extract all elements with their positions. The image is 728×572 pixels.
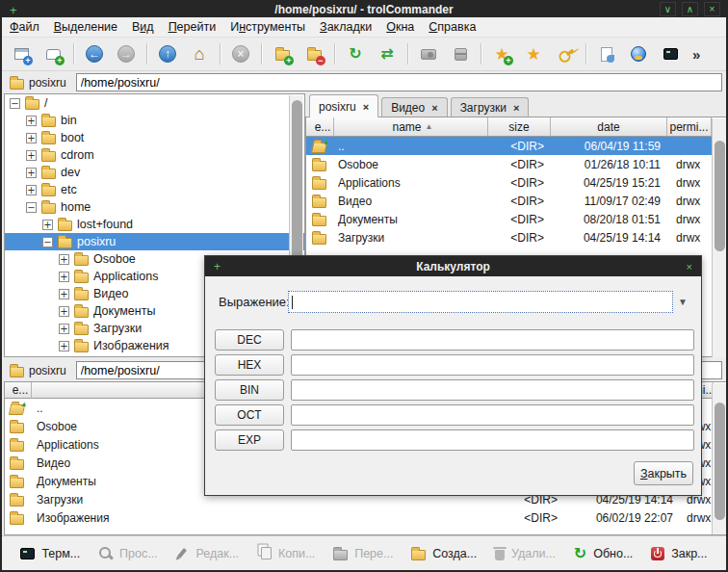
expand-icon[interactable]: + xyxy=(26,133,37,143)
dialog-close-button[interactable]: Закрыть xyxy=(634,461,693,485)
column-header-size[interactable]: size xyxy=(488,117,551,137)
tree-item-dev[interactable]: +dev xyxy=(5,164,304,181)
menu-mark[interactable]: Выделение xyxy=(54,20,117,34)
tree-item-root[interactable]: −/ xyxy=(5,94,304,112)
swap-folders-icon[interactable]: ⇄ xyxy=(376,42,399,65)
column-header-date[interactable]: date xyxy=(551,117,667,137)
oct-field[interactable] xyxy=(291,404,694,426)
close-window-button[interactable]: Закр... xyxy=(651,547,707,560)
expand-icon[interactable]: + xyxy=(59,289,69,299)
back-icon[interactable]: ← xyxy=(83,42,106,65)
new-folder-icon[interactable]: + xyxy=(271,42,294,65)
menu-file[interactable]: Файл xyxy=(10,20,39,34)
path-input-top[interactable] xyxy=(76,73,722,91)
tab-close-icon[interactable]: × xyxy=(431,102,437,114)
go-home-icon[interactable]: ⌂ xyxy=(188,42,211,65)
expand-icon[interactable]: + xyxy=(59,254,69,265)
expand-icon[interactable]: + xyxy=(42,220,53,230)
collapse-icon[interactable]: − xyxy=(10,98,20,109)
expand-icon[interactable]: + xyxy=(26,150,37,161)
tree-scrollbar-thumb[interactable] xyxy=(292,100,302,273)
drive-button-bottom[interactable]: posixru xyxy=(6,364,70,377)
file-list-scrollbar-thumb[interactable] xyxy=(715,141,725,251)
delete-folder-icon[interactable]: − xyxy=(302,42,325,65)
column-header-ext[interactable]: e... xyxy=(5,382,32,399)
exp-field[interactable] xyxy=(291,429,694,451)
dec-field[interactable] xyxy=(291,329,694,351)
menu-help[interactable]: Справка xyxy=(429,20,476,34)
file-row[interactable]: Видео<DIR>11/09/17 02:49drwx xyxy=(306,192,727,210)
close-button[interactable]: × xyxy=(704,2,720,16)
column-header-ext[interactable]: e... xyxy=(306,117,334,137)
column-header-name[interactable]: name▲ xyxy=(334,117,488,137)
tab-close-icon[interactable]: × xyxy=(363,101,369,113)
hex-button[interactable]: HEX xyxy=(215,354,284,376)
file-row[interactable]: Osoboe<DIR>01/26/18 10:11drwx xyxy=(306,155,727,173)
file-list-scrollbar-thumb[interactable] xyxy=(715,403,725,520)
refresh-icon[interactable]: ↻ xyxy=(344,42,367,65)
expand-icon[interactable]: + xyxy=(26,168,37,178)
expand-icon[interactable]: + xyxy=(59,272,69,282)
oct-button[interactable]: OCT xyxy=(215,404,284,426)
dec-button[interactable]: DEC xyxy=(215,329,284,351)
tree-item-etc[interactable]: +etc xyxy=(5,181,304,198)
file-row[interactable]: Загрузки<DIR>04/25/19 14:14drwx xyxy=(306,228,727,247)
menu-windows[interactable]: Окна xyxy=(386,20,414,34)
new-tab-icon[interactable]: + xyxy=(41,42,65,65)
tree-item-home[interactable]: −home xyxy=(5,198,304,216)
menu-view[interactable]: Вид xyxy=(132,20,154,34)
toolbar-overflow-chevron[interactable]: » xyxy=(692,46,700,63)
new-window-icon[interactable]: + xyxy=(10,42,33,65)
menu-bookmarks[interactable]: Закладки xyxy=(320,20,372,34)
bookmarks-icon[interactable]: ★ xyxy=(522,42,545,65)
menu-tools[interactable]: Инструменты xyxy=(230,20,305,34)
file-list-scrollbar[interactable] xyxy=(712,383,726,534)
maximize-button[interactable]: ∧ xyxy=(682,2,698,16)
bin-button[interactable]: BIN xyxy=(215,379,284,401)
expand-icon[interactable]: + xyxy=(59,306,69,317)
tree-item-boot[interactable]: +boot xyxy=(5,129,304,146)
expression-combobox[interactable] xyxy=(288,291,673,313)
expand-icon[interactable]: + xyxy=(26,185,37,195)
tab-downloads[interactable]: Загрузки× xyxy=(451,97,530,117)
folder-icon xyxy=(312,216,326,226)
bin-field[interactable] xyxy=(291,379,694,401)
exp-button[interactable]: EXP xyxy=(215,429,284,451)
expand-icon[interactable]: + xyxy=(59,324,69,334)
expand-icon[interactable]: + xyxy=(26,116,37,126)
minimize-button[interactable]: ∨ xyxy=(660,2,676,16)
file-list-scrollbar[interactable] xyxy=(712,118,726,357)
file-row[interactable]: Изображения<DIR>06/02/19 22:07drwx xyxy=(5,508,727,527)
terminal-button[interactable]: Терм... xyxy=(20,547,80,560)
column-header-permissions[interactable]: permi... xyxy=(667,117,712,137)
tree-item-bin[interactable]: +bin xyxy=(5,112,304,129)
dialog-menu-icon[interactable]: + xyxy=(214,260,221,273)
menu-go[interactable]: Перейти xyxy=(169,20,217,34)
tree-item-cdrom[interactable]: +cdrom xyxy=(5,146,304,164)
tab-close-icon[interactable]: × xyxy=(513,102,519,114)
credentials-key-icon[interactable] xyxy=(554,42,577,65)
file-row-parent[interactable]: ..<DIR>06/04/19 11:59 xyxy=(306,137,727,155)
dialog-title-bar[interactable]: + Калькулятор × xyxy=(205,256,701,276)
window-menu-icon[interactable]: + xyxy=(10,3,17,17)
hex-field[interactable] xyxy=(291,354,694,376)
tree-item-posixru[interactable]: −posixru xyxy=(5,233,304,250)
mkdir-button[interactable]: Созда... xyxy=(411,547,477,560)
expand-icon[interactable]: + xyxy=(59,341,69,351)
tree-item-lost-found[interactable]: +lost+found xyxy=(5,216,304,233)
dialog-close-icon[interactable]: × xyxy=(687,261,692,273)
add-bookmark-icon[interactable]: ★+ xyxy=(490,42,513,65)
file-row[interactable]: Документы<DIR>08/20/18 01:51drwx xyxy=(306,210,727,228)
tab-posixru[interactable]: posixru× xyxy=(309,94,378,117)
combobox-dropdown-icon[interactable]: ▼ xyxy=(678,297,688,307)
file-row[interactable]: Applications<DIR>04/25/19 15:21drwx xyxy=(306,173,727,192)
network-globe-icon[interactable] xyxy=(627,42,650,65)
collapse-icon[interactable]: − xyxy=(26,202,37,213)
drive-button-top[interactable]: posixru xyxy=(6,76,70,90)
refresh-button[interactable]: ↻Обно... xyxy=(574,546,634,561)
tab-video[interactable]: Видео× xyxy=(381,97,448,117)
go-up-icon[interactable]: ↑ xyxy=(156,42,179,65)
terminal-icon[interactable] xyxy=(659,42,682,65)
connect-server-icon[interactable] xyxy=(595,42,618,65)
collapse-icon[interactable]: − xyxy=(42,237,53,247)
